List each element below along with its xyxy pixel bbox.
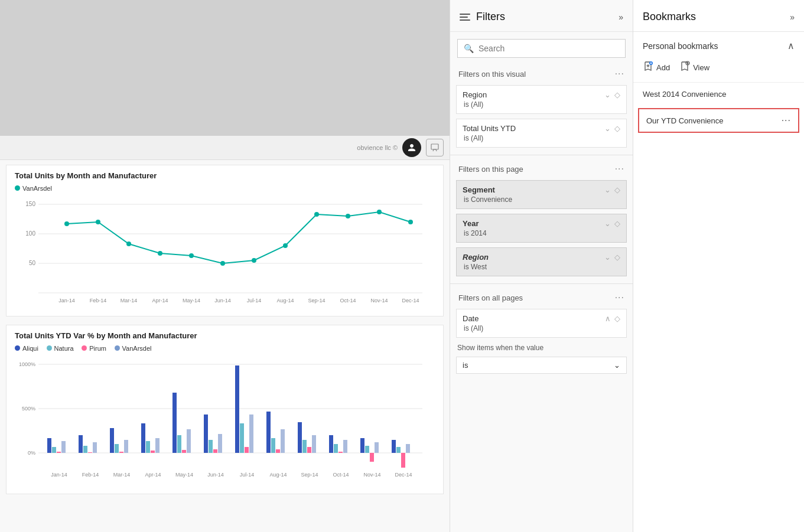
filter-region-page-header: Region ⌄ ◇ — [463, 253, 620, 262]
filter-segment-page-name: Segment — [463, 185, 495, 194]
is-dropdown[interactable]: is ⌄ — [456, 357, 627, 374]
bookmarks-expand-btn[interactable]: » — [790, 12, 795, 22]
svg-rect-45 — [93, 442, 97, 453]
svg-rect-81 — [375, 442, 379, 453]
svg-rect-43 — [83, 446, 87, 453]
view-bookmark-btn[interactable]: View — [679, 61, 709, 74]
svg-rect-39 — [52, 447, 56, 453]
filter-year-page-value: is 2014 — [463, 229, 620, 237]
section-on-visual-label: Filters on this visual — [458, 70, 526, 79]
watermark-text: obvience llc © — [357, 144, 398, 151]
profile-icon[interactable] — [402, 138, 421, 157]
section-on-visual-more[interactable]: ··· — [615, 68, 624, 79]
bookmark-item-more-icon[interactable]: ··· — [782, 115, 791, 126]
svg-point-12 — [189, 253, 194, 258]
svg-rect-69 — [281, 429, 285, 453]
clear-filter-icon3[interactable]: ◇ — [614, 185, 620, 194]
svg-point-18 — [377, 210, 382, 214]
filter-date-all[interactable]: Date ∧ ◇ is (All) — [456, 309, 627, 338]
filter-totalunitsytd-visual[interactable]: Total Units YTD ⌄ ◇ is (All) — [456, 119, 627, 148]
clear-filter-icon5[interactable]: ◇ — [614, 253, 620, 262]
chart1-svg-wrap: 150 100 50 — [15, 192, 435, 312]
svg-rect-67 — [271, 438, 275, 453]
svg-rect-82 — [392, 440, 396, 453]
svg-rect-79 — [365, 446, 369, 453]
svg-point-9 — [96, 220, 100, 224]
svg-rect-0 — [431, 144, 438, 149]
chart2-svg-wrap: 1000% 500% 0% — [15, 353, 435, 490]
legend-dot-vanarsdel2 — [115, 345, 120, 351]
bookmarks-header: Bookmarks » — [633, 0, 804, 32]
clear-filter-icon2[interactable]: ◇ — [614, 124, 620, 133]
filter-totalunitsytd-visual-name: Total Units YTD — [463, 124, 516, 133]
svg-rect-85 — [406, 444, 410, 453]
filters-title-text: Filters — [476, 11, 505, 23]
chevron-down-icon5[interactable]: ⌄ — [604, 253, 611, 262]
svg-rect-46 — [110, 428, 114, 453]
svg-text:Feb-14: Feb-14 — [82, 472, 99, 478]
svg-text:Dec-14: Dec-14 — [395, 472, 412, 478]
svg-text:150: 150 — [25, 201, 35, 207]
chart2-svg: 1000% 500% 0% — [15, 353, 428, 488]
svg-rect-47 — [115, 444, 119, 453]
chart1-title: Total Units by Month and Manufacturer — [15, 171, 435, 180]
svg-rect-65 — [249, 414, 253, 453]
search-box: 🔍 — [457, 39, 626, 58]
section-on-page: Filters on this page ··· — [450, 158, 633, 178]
svg-rect-58 — [204, 414, 208, 453]
filter-date-all-header: Date ∧ ◇ — [463, 314, 620, 323]
chevron-down-icon[interactable]: ⌄ — [604, 90, 611, 99]
legend-vanarsdel2: VanArsdel — [115, 345, 152, 352]
filter-region-page[interactable]: Region ⌄ ◇ is West — [456, 247, 627, 276]
search-icon: 🔍 — [464, 44, 474, 53]
legend-label-natura: Natura — [54, 345, 74, 352]
filters-expand-btn[interactable]: » — [619, 12, 623, 22]
bm-actions: Add View — [633, 57, 804, 83]
section-on-all-more[interactable]: ··· — [615, 292, 624, 303]
filter-region-visual-header: Region ⌄ ◇ — [463, 90, 620, 99]
svg-rect-83 — [396, 447, 401, 453]
bookmarks-title-text: Bookmarks — [643, 11, 696, 23]
filter-year-page[interactable]: Year ⌄ ◇ is 2014 — [456, 214, 627, 243]
filter-region-visual-name: Region — [463, 90, 487, 99]
section-on-page-label: Filters on this page — [458, 165, 523, 174]
svg-text:Mar-14: Mar-14 — [121, 298, 138, 303]
svg-rect-66 — [266, 412, 271, 453]
add-bookmark-btn[interactable]: Add — [643, 61, 670, 74]
collapse-personal-btn[interactable]: ∧ — [787, 40, 795, 51]
chevron-down-icon4[interactable]: ⌄ — [604, 219, 611, 228]
svg-text:Nov-14: Nov-14 — [363, 472, 380, 478]
legend-vanarsdel: VanArsdel — [15, 185, 52, 192]
filter-region-visual[interactable]: Region ⌄ ◇ is (All) — [456, 85, 627, 114]
chevron-down-icon2[interactable]: ⌄ — [604, 124, 611, 133]
filter-region-visual-value: is (All) — [463, 100, 620, 109]
svg-text:May-14: May-14 — [183, 298, 200, 303]
main-area: obvience llc © Total Units by Month and … — [0, 0, 450, 532]
bookmark-item-ytd[interactable]: Our YTD Convenience ··· — [638, 108, 799, 133]
section-on-visual: Filters on this visual ··· — [450, 63, 633, 83]
svg-text:Jul-14: Jul-14 — [247, 298, 262, 303]
search-input[interactable] — [479, 44, 619, 53]
clear-filter-icon[interactable]: ◇ — [614, 90, 620, 99]
chevron-up-icon[interactable]: ∧ — [605, 314, 611, 323]
filters-header: Filters » — [450, 0, 633, 32]
svg-rect-41 — [61, 441, 66, 453]
clear-filter-icon4[interactable]: ◇ — [614, 219, 620, 228]
svg-text:Dec-14: Dec-14 — [402, 298, 419, 303]
speech-icon[interactable] — [426, 139, 444, 156]
section-on-all: Filters on all pages ··· — [450, 286, 633, 306]
svg-text:50: 50 — [29, 260, 36, 266]
bookmark-item-west2014[interactable]: West 2014 Convenience — [633, 83, 804, 106]
svg-rect-74 — [329, 435, 333, 453]
svg-rect-84 — [401, 453, 405, 468]
svg-rect-48 — [119, 452, 123, 453]
svg-rect-64 — [245, 447, 249, 453]
filter-year-page-header: Year ⌄ ◇ — [463, 219, 620, 228]
chevron-down-icon3[interactable]: ⌄ — [604, 185, 611, 194]
svg-rect-59 — [209, 440, 213, 453]
clear-filter-icon6[interactable]: ◇ — [614, 314, 620, 323]
svg-rect-78 — [360, 438, 364, 453]
filter-segment-page[interactable]: Segment ⌄ ◇ is Convenience — [456, 180, 627, 209]
svg-rect-52 — [151, 451, 155, 453]
section-on-page-more[interactable]: ··· — [615, 164, 624, 174]
